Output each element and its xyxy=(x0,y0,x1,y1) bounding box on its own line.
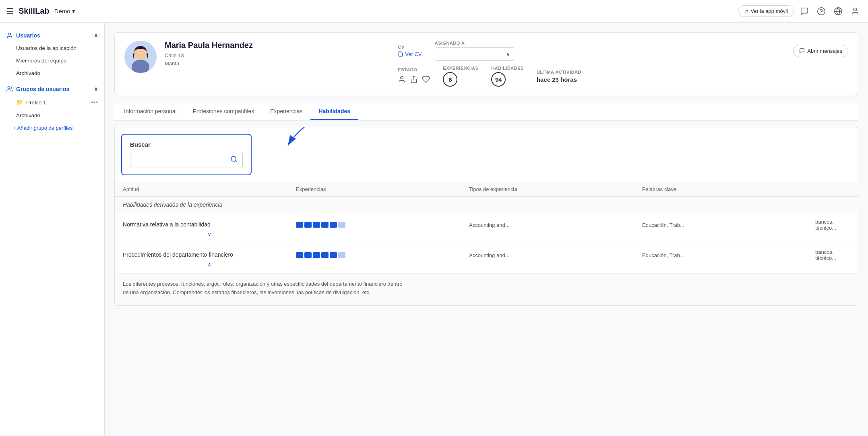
bar xyxy=(304,222,312,228)
col-tipos: Tipos de experiencia xyxy=(469,186,642,192)
tabs: Información personal Profesiones compati… xyxy=(114,103,858,120)
hamburger-icon[interactable]: ☰ xyxy=(6,6,14,16)
skill-name-1: Normativa relativa a la contabilidad xyxy=(123,221,296,229)
skill-keywords-2: bancos, técnico... xyxy=(815,249,850,261)
add-group-button[interactable]: + Añadir grupo de perfiles xyxy=(0,122,104,134)
ver-cv-link[interactable]: Ver CV xyxy=(398,51,422,57)
topnav: ☰ SkillLab Demo ▾ ↗ Ver la app móvil xyxy=(0,0,868,23)
experiencias-col: EXPERIENCIAS 6 xyxy=(443,66,478,87)
bar xyxy=(321,222,329,228)
open-messages-button[interactable]: Abrir mensajes xyxy=(793,45,848,57)
search-box: Buscar xyxy=(121,134,252,175)
ultima-actividad-value: hace 23 horas xyxy=(537,76,581,83)
avatar-area xyxy=(124,41,157,76)
external-link-icon: ↗ xyxy=(744,8,748,14)
sidebar-item-archived[interactable]: Archivado xyxy=(0,67,104,79)
skill-row: Normativa relativa a la contabilidad Acc… xyxy=(115,213,858,243)
profile-name: Maria Paula Hernandez xyxy=(165,41,390,50)
skill-name-2: Procedimientos del departamento financie… xyxy=(123,251,296,259)
globe-icon[interactable] xyxy=(832,5,845,18)
habilidades-badge: 94 xyxy=(491,72,506,87)
message-icon xyxy=(799,48,805,54)
help-icon[interactable] xyxy=(815,5,828,18)
sidebar-item-app-users[interactable]: Usuarios de la aplicación xyxy=(0,42,104,54)
table-header: Aptitud Experiencias Tipos de experienci… xyxy=(115,182,858,197)
sidebar-item-archived2[interactable]: Archivado xyxy=(0,109,104,122)
skill-exp-1: Accounting and... xyxy=(469,222,642,228)
svg-point-12 xyxy=(231,156,236,161)
chevron-up-icon2: ∧ xyxy=(94,86,98,92)
search-annotation-area: Buscar xyxy=(115,127,858,197)
chevron-down-icon: ∨ xyxy=(506,51,510,57)
profile-meta: CV Ver CV ASIGNADO A ∨ xyxy=(398,41,848,87)
more-options-icon[interactable]: ••• xyxy=(91,99,98,106)
chevron-up-icon: ∧ xyxy=(94,32,98,39)
tab-experiencias[interactable]: Experiencias xyxy=(262,103,310,120)
bar xyxy=(330,252,337,258)
skill-type-1: Educación, Trab... xyxy=(642,222,815,228)
skill-row: Procedimientos del departamento financie… xyxy=(115,243,858,274)
heart-status-icon[interactable] xyxy=(422,75,430,85)
status-icons xyxy=(398,75,430,85)
user-profile-icon[interactable] xyxy=(849,5,862,18)
folder-icon: 📁 xyxy=(16,99,23,106)
skill-type-2: Educación, Trab... xyxy=(642,252,815,258)
ultima-actividad-col: ÚLTIMA ACTIVIDAD hace 23 horas xyxy=(537,70,581,83)
habilidades-col: HABILIDADES 94 xyxy=(491,66,524,87)
bar xyxy=(296,252,303,258)
meta-row-bottom: ESTADO xyxy=(398,66,848,87)
document-icon xyxy=(398,51,403,57)
assigned-dropdown[interactable]: ∨ xyxy=(435,47,515,61)
expand-row-2[interactable]: ∧ xyxy=(123,261,296,268)
tab-profesiones[interactable]: Profesiones compatibles xyxy=(185,103,262,120)
search-label: Buscar xyxy=(130,141,243,148)
skill-exp-2: Accounting and... xyxy=(469,252,642,258)
profile-address: Calle 13 Manta xyxy=(165,52,390,67)
col-experiencias: Experiencias xyxy=(296,186,469,192)
expand-row-1[interactable]: ∨ xyxy=(123,231,296,237)
bar xyxy=(296,222,303,228)
profile-info: Maria Paula Hernandez Calle 13 Manta xyxy=(165,41,390,67)
sidebar-usuarios-header[interactable]: Usuarios ∧ xyxy=(0,29,104,42)
share-status-icon[interactable] xyxy=(410,75,418,85)
svg-point-5 xyxy=(8,33,10,35)
bar xyxy=(338,222,345,228)
search-icon xyxy=(230,156,238,164)
chat-icon[interactable] xyxy=(798,5,811,18)
estado-col: ESTADO xyxy=(398,67,430,85)
cv-col: CV Ver CV xyxy=(398,45,422,57)
bar xyxy=(313,222,320,228)
svg-point-6 xyxy=(8,87,10,89)
col-aptitud: Aptitud xyxy=(123,186,296,192)
bar xyxy=(330,222,337,228)
section-title: Habilidades derivadas de la experiencia xyxy=(115,197,858,213)
svg-line-13 xyxy=(235,160,236,162)
bar xyxy=(304,252,312,258)
bar xyxy=(321,252,329,258)
sidebar-item-team-members[interactable]: Miembros del equipo xyxy=(0,54,104,67)
annotation-arrow xyxy=(268,127,348,154)
group-icon xyxy=(6,86,13,92)
expanded-text-2: Los diferentes procesos, funciones, argo… xyxy=(123,280,405,297)
mobile-app-button[interactable]: ↗ Ver la app móvil xyxy=(738,5,794,17)
col-palabras: Palabras clave xyxy=(642,186,815,192)
profile-card: Maria Paula Hernandez Calle 13 Manta CV … xyxy=(114,32,858,95)
person-status-icon[interactable] xyxy=(398,75,406,85)
assigned-col: ASIGNADO A ∨ xyxy=(435,41,515,61)
tab-habilidades[interactable]: Habilidades xyxy=(310,103,358,120)
skill-bars-1 xyxy=(296,222,469,228)
user-icon xyxy=(6,32,13,39)
bar xyxy=(313,252,320,258)
demo-dropdown[interactable]: Demo ▾ xyxy=(54,8,75,15)
search-input[interactable] xyxy=(135,157,227,163)
svg-point-0 xyxy=(818,7,825,15)
main-content: Maria Paula Hernandez Calle 13 Manta CV … xyxy=(105,23,868,436)
skill-keywords-1: bancos, técnico... xyxy=(815,219,850,231)
sidebar-profile1[interactable]: 📁 Profile 1 ••• xyxy=(0,96,104,109)
tab-personal[interactable]: Información personal xyxy=(116,103,185,120)
sidebar: Usuarios ∧ Usuarios de la aplicación Mie… xyxy=(0,23,105,436)
expanded-content-2: Los diferentes procesos, funciones, argo… xyxy=(115,274,858,305)
experiencias-badge: 6 xyxy=(443,72,457,87)
sidebar-grupos-header[interactable]: Grupos de usuarios ∧ xyxy=(0,83,104,96)
skill-bars-2 xyxy=(296,252,469,258)
